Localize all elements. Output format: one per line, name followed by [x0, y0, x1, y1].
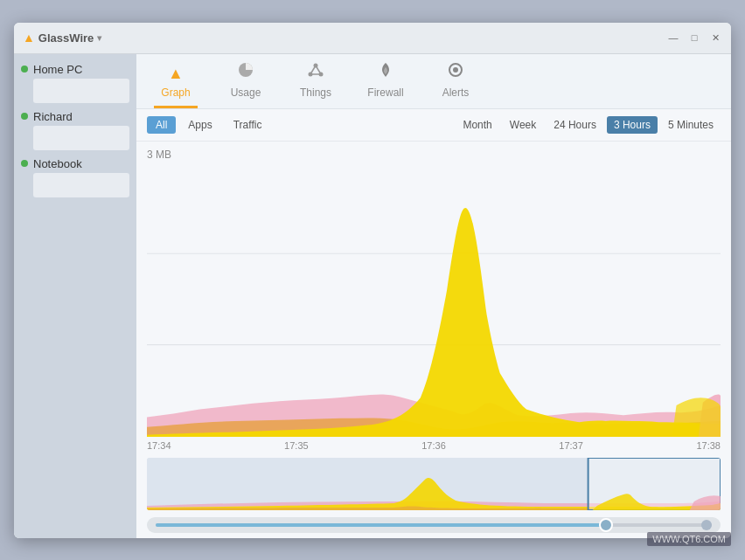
- scrollbar-thumb[interactable]: [599, 518, 613, 532]
- x-label-3: 17:37: [559, 440, 583, 451]
- app-title: ▲ GlassWire ▾: [23, 31, 101, 45]
- filter-traffic-button[interactable]: Traffic: [225, 116, 271, 134]
- sidebar-item-label-home-pc: Home PC: [21, 63, 129, 76]
- time-month-button[interactable]: Month: [456, 116, 498, 134]
- tab-alerts[interactable]: Alerts: [434, 61, 477, 108]
- tab-graph[interactable]: ▲ Graph: [154, 65, 198, 108]
- x-axis-labels: 17:34 17:35 17:36 17:37 17:38: [147, 437, 721, 454]
- tab-graph-label: Graph: [161, 86, 190, 99]
- sidebar-item-notebook[interactable]: Notebook: [21, 157, 129, 197]
- sidebar-item-richard[interactable]: Richard: [21, 110, 129, 150]
- sidebar-preview-home-pc: [33, 79, 129, 103]
- firewall-icon: [377, 61, 394, 83]
- x-label-1: 17:35: [284, 440, 309, 451]
- things-icon: [307, 61, 324, 83]
- scrollbar[interactable]: [147, 517, 721, 533]
- tab-usage-label: Usage: [231, 86, 261, 99]
- status-dot-home-pc: [21, 66, 28, 73]
- watermark: WWW.QT6.COM: [647, 532, 731, 546]
- scrollbar-right-dot: [701, 520, 712, 530]
- time-24h-button[interactable]: 24 Hours: [547, 116, 603, 134]
- mini-chart-svg: [147, 458, 721, 510]
- tab-usage[interactable]: Usage: [224, 61, 268, 108]
- tab-firewall[interactable]: Firewall: [364, 61, 407, 108]
- app-logo-icon: ▲: [23, 31, 35, 45]
- main-content: ▲ Graph Usage: [136, 54, 731, 538]
- x-label-2: 17:36: [421, 440, 446, 451]
- tab-things-label: Things: [300, 86, 331, 99]
- svg-line-4: [310, 66, 316, 74]
- chart-area: 3 MB: [136, 142, 731, 538]
- x-label-0: 17:34: [147, 440, 171, 451]
- scrollbar-filled: [156, 523, 601, 527]
- graph-icon: ▲: [168, 65, 184, 83]
- maximize-button[interactable]: □: [687, 31, 701, 45]
- scrollbar-track: [156, 523, 712, 527]
- time-5min-button[interactable]: 5 Minutes: [661, 116, 721, 134]
- tab-things[interactable]: Things: [294, 61, 338, 108]
- usage-icon: [237, 61, 254, 83]
- app-title-text: GlassWire: [38, 31, 94, 45]
- app-window: ▲ GlassWire ▾ — □ ✕ Home PC Richard: [14, 23, 731, 538]
- title-bar: ▲ GlassWire ▾ — □ ✕: [14, 23, 731, 54]
- chevron-down-icon: ▾: [97, 33, 101, 43]
- sidebar-preview-richard: [33, 126, 129, 150]
- sidebar-item-home-pc[interactable]: Home PC: [21, 63, 129, 103]
- filter-bar: All Apps Traffic Month Week 24 Hours 3 H…: [136, 109, 731, 142]
- filter-all-button[interactable]: All: [147, 116, 176, 134]
- minimize-button[interactable]: —: [666, 31, 680, 45]
- nav-tabs: ▲ Graph Usage: [136, 54, 731, 109]
- close-button[interactable]: ✕: [708, 31, 722, 45]
- time-3h-button[interactable]: 3 Hours: [607, 116, 658, 134]
- time-week-button[interactable]: Week: [503, 116, 543, 134]
- status-dot-richard: [21, 113, 28, 120]
- svg-point-8: [453, 67, 458, 73]
- window-body: Home PC Richard Notebook: [14, 54, 731, 538]
- alerts-icon: [447, 61, 464, 83]
- mini-chart[interactable]: [147, 458, 721, 510]
- window-controls: — □ ✕: [666, 31, 722, 45]
- sidebar-preview-notebook: [33, 173, 129, 197]
- status-dot-notebook: [21, 160, 28, 167]
- sidebar: Home PC Richard Notebook: [14, 54, 136, 538]
- x-label-4: 17:38: [696, 440, 721, 451]
- sidebar-item-label-notebook: Notebook: [21, 157, 129, 170]
- filter-apps-button[interactable]: Apps: [179, 116, 220, 134]
- sidebar-item-label-richard: Richard: [21, 110, 129, 123]
- tab-alerts-label: Alerts: [442, 86, 470, 99]
- chart-y-label: 3 MB: [147, 149, 721, 161]
- chart-canvas: [147, 162, 721, 437]
- tab-firewall-label: Firewall: [367, 86, 403, 99]
- svg-line-5: [316, 66, 321, 74]
- main-chart-svg: [147, 162, 721, 437]
